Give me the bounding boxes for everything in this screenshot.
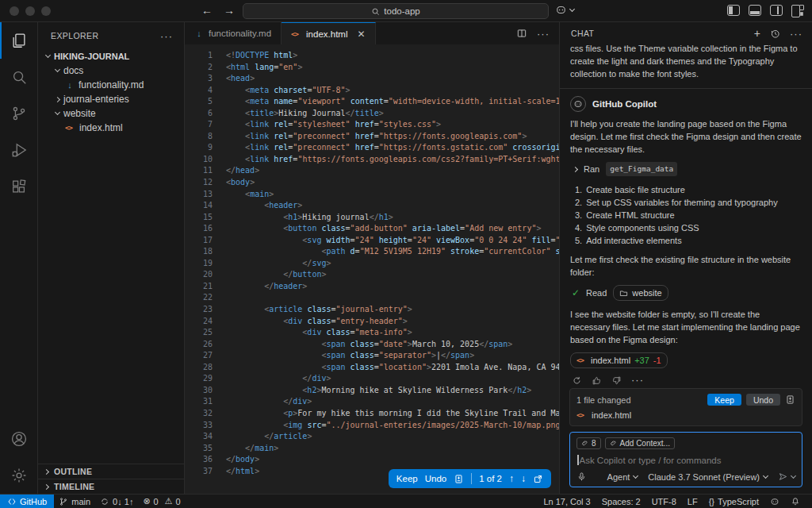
code-line[interactable]: 20 </button>: [185, 269, 559, 281]
extensions-activity-button[interactable]: [0, 168, 38, 205]
keep-edit-button[interactable]: Keep: [396, 474, 418, 483]
code-line[interactable]: 25 <div class="meta-info">: [185, 327, 559, 339]
new-chat-button[interactable]: +: [754, 27, 760, 40]
toggle-panel-button[interactable]: [749, 5, 761, 16]
tree-item-index-html[interactable]: <> index.html: [38, 121, 184, 135]
chat-more-actions-button[interactable]: ···: [790, 28, 802, 40]
copilot-status-button[interactable]: [764, 495, 785, 508]
changed-file-row[interactable]: <> index.html: [576, 410, 795, 420]
tab-index-html[interactable]: <> index.html ✕: [282, 22, 375, 44]
website-folder-chip[interactable]: website: [613, 285, 668, 301]
code-line[interactable]: 36</body>: [185, 454, 559, 466]
code-line[interactable]: 15 <h1>Hiking journal</h1>: [185, 212, 559, 224]
regenerate-icon[interactable]: [572, 375, 582, 386]
code-line[interactable]: 24 <div class="entry-header">: [185, 316, 559, 328]
code-line[interactable]: 7 <link rel="stylesheet" href="styles.cs…: [185, 119, 559, 131]
add-context-chip[interactable]: Add Context...: [605, 437, 675, 449]
tree-item-journal-enteries[interactable]: journal-enteries: [38, 92, 184, 106]
outline-section-header[interactable]: OUTLINE: [38, 464, 184, 479]
settings-button[interactable]: [0, 457, 38, 494]
maximize-window-button[interactable]: [41, 6, 51, 16]
timeline-section-header[interactable]: TIMELINE: [38, 479, 184, 494]
code-line[interactable]: 5 <meta name="viewport" content="width=d…: [185, 96, 559, 108]
code-line[interactable]: 6 <title>Hiking Journal</title>: [185, 108, 559, 120]
code-line[interactable]: 4 <meta charset="UTF-8">: [185, 85, 559, 97]
branch-indicator[interactable]: main: [54, 495, 95, 508]
code-line[interactable]: 35 </main>: [185, 443, 559, 455]
code-line[interactable]: 9 <link rel="preconnect" href="https://f…: [185, 142, 559, 154]
code-line[interactable]: 16 <button class="add-button" aria-label…: [185, 223, 559, 235]
changed-file-chip[interactable]: <> index.html +37 -1: [570, 352, 668, 368]
run-debug-activity-button[interactable]: [0, 132, 38, 168]
code-line[interactable]: 31 </div>: [185, 396, 559, 408]
code-line[interactable]: 21 </header>: [185, 281, 559, 293]
search-activity-button[interactable]: [0, 59, 38, 95]
navigate-back-button[interactable]: ←: [201, 4, 213, 17]
command-center-search[interactable]: todo-app: [243, 3, 549, 19]
code-line[interactable]: 18 <path d="M12 5V19M5 12H19" stroke="cu…: [185, 246, 559, 258]
code-line[interactable]: 10 <link href="https://fonts.googleapis.…: [185, 154, 559, 166]
indentation-indicator[interactable]: Spaces: 2: [596, 495, 646, 508]
tool-call-row[interactable]: Ran get_Figma_data: [573, 162, 802, 176]
navigate-forward-button[interactable]: →: [224, 4, 235, 17]
code-line[interactable]: 12<body>: [185, 177, 559, 189]
mode-picker[interactable]: Agent: [607, 472, 638, 482]
customize-layout-button[interactable]: [791, 5, 804, 16]
read-tool-row[interactable]: ✓ Read website: [572, 285, 802, 301]
code-line[interactable]: 23 <article class="journal-entry">: [185, 304, 559, 316]
toggle-primary-sidebar-button[interactable]: [727, 5, 740, 16]
view-diff-icon[interactable]: [454, 474, 464, 484]
thumbs-down-icon[interactable]: [611, 375, 622, 386]
attachments-chip[interactable]: 8: [576, 437, 601, 449]
code-line[interactable]: 32 <p>For my hike this morning I did the…: [185, 408, 559, 420]
source-control-activity-button[interactable]: [0, 95, 38, 132]
code-line[interactable]: 33 <img src="../journal-enteries/images/…: [185, 420, 559, 432]
view-changes-icon[interactable]: [785, 394, 795, 405]
model-picker[interactable]: Claude 3.7 Sonnet (Preview): [648, 472, 768, 482]
code-line[interactable]: 3<head>: [185, 73, 559, 85]
code-line[interactable]: 17 <svg width="24" height="24" viewBox="…: [185, 235, 559, 247]
microphone-icon[interactable]: [576, 471, 587, 482]
code-line[interactable]: 34 </article>: [185, 431, 559, 443]
code-line[interactable]: 1<!DOCTYPE html>: [185, 50, 559, 62]
send-icon[interactable]: [778, 471, 788, 482]
tab-functionality-md[interactable]: ↓ functionality.md: [185, 22, 282, 44]
explorer-more-actions-button[interactable]: ···: [160, 30, 173, 42]
code-line[interactable]: 26 <span class="date">March 10, 2025</sp…: [185, 339, 559, 351]
chat-messages[interactable]: css files. Use the Theme variable collec…: [560, 44, 812, 388]
code-line[interactable]: 14 <header>: [185, 200, 559, 212]
code-line[interactable]: 19 </svg>: [185, 258, 559, 270]
code-area[interactable]: 1<!DOCTYPE html>2<html lang="en">3<head>…: [185, 44, 559, 494]
previous-edit-button[interactable]: ↑: [509, 473, 514, 484]
open-changes-icon[interactable]: [533, 474, 543, 484]
language-mode-indicator[interactable]: {} TypeScript: [703, 495, 764, 508]
explorer-activity-button[interactable]: [0, 22, 38, 59]
close-window-button[interactable]: [10, 6, 19, 16]
code-line[interactable]: 28 <span class="location">2201 Imola Ave…: [185, 362, 559, 374]
code-line[interactable]: 8 <link rel="preconnect" href="https://f…: [185, 131, 559, 143]
code-line[interactable]: 2<html lang="en">: [185, 62, 559, 74]
code-line[interactable]: 29 </div>: [185, 373, 559, 385]
tree-item-functionality-md[interactable]: ↓ functionality.md: [38, 78, 184, 92]
undo-edit-button[interactable]: Undo: [425, 474, 447, 483]
problems-indicator[interactable]: ⊗ 0 ⚠ 0: [138, 495, 185, 508]
toggle-secondary-sidebar-button[interactable]: [770, 5, 783, 16]
tree-item-docs[interactable]: docs: [38, 64, 184, 78]
minimize-window-button[interactable]: [25, 6, 35, 16]
code-line[interactable]: 22: [185, 292, 559, 304]
cursor-position-indicator[interactable]: Ln 17, Col 3: [538, 495, 596, 508]
eol-indicator[interactable]: LF: [682, 495, 703, 508]
close-tab-button[interactable]: ✕: [357, 29, 365, 40]
sync-indicator[interactable]: 0↓ 1↑: [95, 495, 138, 508]
tree-item-website[interactable]: website: [38, 106, 184, 121]
code-line[interactable]: 27 <span class="separator">|</span>: [185, 350, 559, 362]
undo-all-button[interactable]: Undo: [746, 394, 780, 406]
encoding-indicator[interactable]: UTF-8: [646, 495, 682, 508]
more-message-actions-button[interactable]: ···: [631, 374, 644, 387]
copilot-menu-button[interactable]: [555, 4, 574, 16]
chat-input-field[interactable]: Ask Copilot or type / for commands: [577, 455, 795, 465]
thumbs-up-icon[interactable]: [592, 375, 602, 386]
code-line[interactable]: 30 <h2>Morning hike at Skyline Wildernes…: [185, 385, 559, 397]
notifications-button[interactable]: [785, 495, 806, 508]
next-edit-button[interactable]: ↓: [521, 473, 526, 484]
